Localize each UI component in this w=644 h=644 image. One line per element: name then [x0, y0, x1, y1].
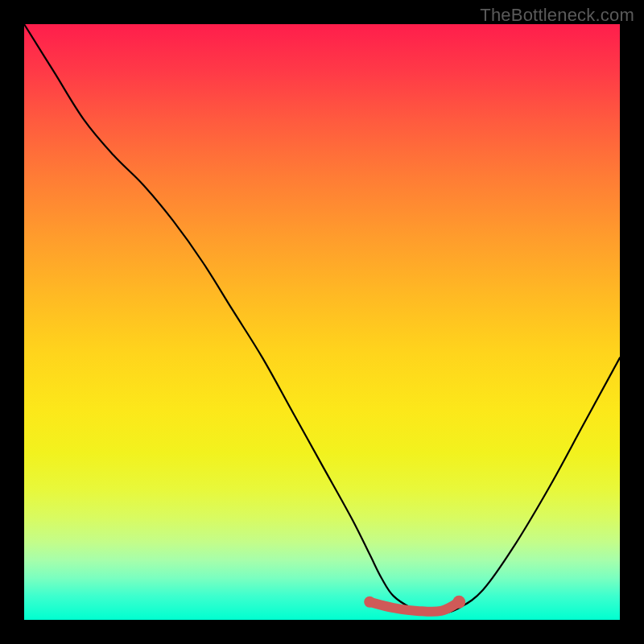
chart-frame: TheBottleneck.com — [0, 0, 644, 644]
plot-area — [24, 24, 620, 620]
optimal-range-start-dot — [364, 597, 375, 608]
optimal-range-end-dot — [452, 596, 465, 609]
optimal-range-highlight — [369, 602, 459, 612]
watermark-text: TheBottleneck.com — [480, 5, 634, 26]
bottleneck-curve — [24, 24, 620, 615]
chart-svg — [24, 24, 620, 620]
